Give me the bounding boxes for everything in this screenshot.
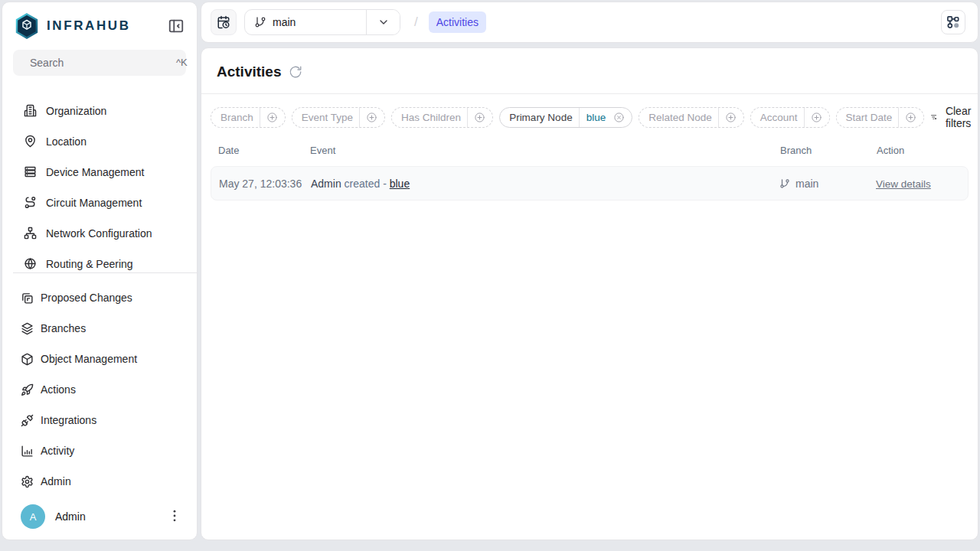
circle-plus-icon <box>811 112 822 123</box>
filter-chip-account[interactable]: Account <box>750 107 830 128</box>
sidebar-item-branches[interactable]: Branches <box>2 313 197 344</box>
sidebar-item-label: Organization <box>46 105 106 117</box>
table-body: May 27, 12:03:36 Admin created - blue ma… <box>211 166 969 201</box>
building-icon <box>24 104 37 117</box>
cell-action: View details <box>868 178 968 190</box>
search-bar[interactable]: ^K <box>13 50 186 76</box>
branch-dropdown-button[interactable] <box>366 10 400 34</box>
page-title: Activities <box>217 64 281 80</box>
sidebar-item-routing-peering[interactable]: Routing & Peering <box>2 249 197 272</box>
sidebar-item-label: Location <box>46 135 87 148</box>
sidebar-item-location[interactable]: Location <box>2 126 197 157</box>
remove-filter-button[interactable] <box>607 112 632 123</box>
circle-plus-icon <box>266 112 278 123</box>
sidebar-item-actions[interactable]: Actions <box>2 374 197 405</box>
sidebar-item-network-configuration[interactable]: Network Configuration <box>2 218 197 249</box>
schema-visualizer-button[interactable] <box>941 10 965 34</box>
top-bar: main / Activities <box>201 2 978 43</box>
nav-group-primary: Organization Location Device Management … <box>2 96 197 272</box>
refresh-button[interactable] <box>289 65 302 79</box>
cell-date: May 27, 12:03:36 <box>211 178 303 190</box>
sidebar-item-organization[interactable]: Organization <box>2 96 197 126</box>
filter-chip-branch[interactable]: Branch <box>211 107 286 128</box>
git-branch-icon <box>779 178 790 189</box>
view-details-link[interactable]: View details <box>876 178 931 190</box>
chevron-down-icon <box>377 16 390 28</box>
chart-icon <box>21 445 34 458</box>
sidebar-header: INFRAHUB <box>2 2 197 47</box>
circle-plus-icon <box>905 112 916 123</box>
route-icon <box>24 196 37 209</box>
filter-chip-has-children[interactable]: Has Children <box>391 107 493 128</box>
sidebar-item-label: Proposed Changes <box>41 292 132 304</box>
active-filter-chip-primary-node[interactable]: Primary Node blue <box>499 107 632 128</box>
clear-filters-button[interactable]: Clear filters <box>930 105 973 129</box>
filter-chip-value: blue <box>580 112 608 123</box>
user-menu[interactable]: A Admin <box>2 497 197 540</box>
sidebar-item-label: Activity <box>41 445 74 457</box>
search-input[interactable] <box>30 57 168 69</box>
sidebar-item-circuit-management[interactable]: Circuit Management <box>2 187 197 218</box>
filter-chip-event-type[interactable]: Event Type <box>292 107 385 128</box>
add-filter-button[interactable] <box>260 112 285 123</box>
add-filter-button[interactable] <box>899 112 923 123</box>
branch-name: main <box>273 16 296 28</box>
add-filter-button[interactable] <box>719 112 743 123</box>
avatar: A <box>21 504 45 529</box>
add-filter-button[interactable] <box>468 112 492 123</box>
filter-chip-label: Event Type <box>292 112 359 123</box>
sidebar-item-proposed-changes[interactable]: Proposed Changes <box>2 282 197 313</box>
calendar-clock-icon <box>217 15 230 29</box>
breadcrumb-activities[interactable]: Activities <box>429 11 486 33</box>
search-shortcut: ^K <box>176 57 188 68</box>
table-row[interactable]: May 27, 12:03:36 Admin created - blue ma… <box>211 166 969 201</box>
column-header-action: Action <box>869 145 969 156</box>
cell-event: Admin created - blue <box>303 178 772 190</box>
box-icon <box>21 353 34 366</box>
filter-chip-label: Has Children <box>392 112 467 123</box>
app-logo[interactable]: INFRAHUB <box>15 13 131 39</box>
gear-icon <box>21 475 34 488</box>
content-panel: Activities Branch Event Type Has Childre… <box>201 47 978 540</box>
user-options-button[interactable] <box>166 508 183 525</box>
filter-chip-label: Branch <box>211 112 260 123</box>
sidebar-item-admin[interactable]: Admin <box>2 466 197 497</box>
sidebar: INFRAHUB ^K Organization Location Device… <box>2 2 198 540</box>
cell-branch: main <box>772 178 868 190</box>
sidebar-item-device-management[interactable]: Device Management <box>2 157 197 187</box>
breadcrumb-separator: / <box>414 15 418 30</box>
filter-chip-label: Account <box>751 112 804 123</box>
filter-chip-start-date[interactable]: Start Date <box>836 107 925 128</box>
add-filter-button[interactable] <box>360 112 384 123</box>
branch-selector-value[interactable]: main <box>245 10 366 34</box>
filter-chip-related-node[interactable]: Related Node <box>639 107 744 128</box>
branch-selector[interactable]: main <box>244 9 400 35</box>
sidebar-item-integrations[interactable]: Integrations <box>2 405 197 435</box>
globe-icon <box>24 257 37 270</box>
sidebar-item-label: Object Management <box>41 353 137 365</box>
sidebar-collapse-button[interactable] <box>166 16 186 36</box>
clear-filters-label: Clear filters <box>942 105 973 129</box>
sidebar-item-label: Circuit Management <box>46 197 142 209</box>
rocket-icon <box>21 383 34 396</box>
sidebar-item-label: Network Configuration <box>46 227 152 240</box>
filters-row: Branch Event Type Has Children Primary N… <box>201 94 978 132</box>
sidebar-item-activity[interactable]: Activity <box>2 435 197 466</box>
column-header-branch: Branch <box>773 145 869 156</box>
main-column: main / Activities Activities Branch Even… <box>201 2 978 540</box>
time-travel-button[interactable] <box>211 9 237 35</box>
filter-chip-label: Primary Node <box>500 112 579 123</box>
add-filter-button[interactable] <box>805 112 829 123</box>
filter-chip-label: Start Date <box>837 112 899 123</box>
sidebar-item-object-management[interactable]: Object Management <box>2 344 197 374</box>
column-header-event: Event <box>302 145 773 156</box>
event-object-link[interactable]: blue <box>390 178 410 190</box>
diff-icon <box>21 292 34 305</box>
sidebar-item-label: Integrations <box>41 414 96 426</box>
user-name: Admin <box>55 510 86 523</box>
sidebar-item-label: Admin <box>41 475 71 487</box>
sidebar-item-label: Device Management <box>46 166 144 178</box>
circle-plus-icon <box>366 112 377 123</box>
network-icon <box>24 227 37 240</box>
refresh-icon <box>289 65 302 79</box>
